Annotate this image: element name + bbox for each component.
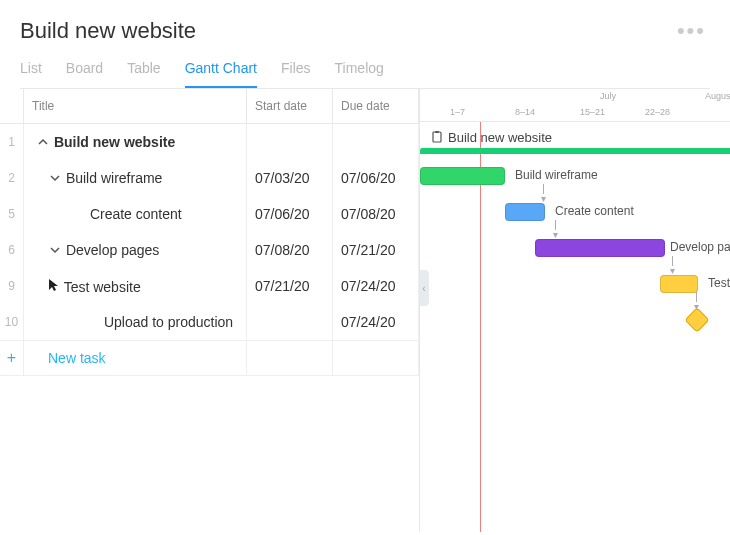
due-date-cell[interactable]	[333, 124, 419, 160]
task-title-cell[interactable]: Create content	[24, 196, 247, 232]
gantt-bar-label: Develop pages	[670, 240, 730, 254]
project-header[interactable]: Build new website	[430, 126, 552, 148]
gantt-bar[interactable]	[535, 239, 665, 257]
week-3: 15–21	[580, 107, 605, 117]
row-number: 5	[0, 196, 24, 232]
start-date-cell[interactable]: 07/08/20	[247, 232, 333, 268]
table-row[interactable]: 1 Build new website	[0, 124, 419, 160]
month-august: August	[705, 91, 730, 101]
task-title: Create content	[86, 206, 182, 222]
view-tabs: List Board Table Gantt Chart Files Timel…	[20, 60, 710, 89]
gantt-chart[interactable]: July August 1–7 8–14 15–21 22–28 ‹ Build…	[420, 89, 730, 532]
col-rownum	[0, 89, 24, 123]
cursor-icon	[48, 278, 60, 295]
gantt-bar-label: Test ...	[708, 276, 730, 290]
task-title-cell[interactable]: Build wireframe	[24, 160, 247, 196]
task-title: Build wireframe	[62, 170, 162, 186]
row-number: 6	[0, 232, 24, 268]
chevron-down-icon[interactable]	[48, 173, 62, 183]
project-span-bar[interactable]	[420, 148, 730, 154]
new-task-row[interactable]: + New task	[0, 340, 419, 376]
col-due[interactable]: Due date	[333, 89, 419, 123]
project-name: Build new website	[448, 130, 552, 145]
due-date-cell[interactable]: 07/24/20	[333, 304, 419, 340]
tab-files[interactable]: Files	[281, 60, 311, 88]
start-date-cell[interactable]: 07/21/20	[247, 268, 333, 304]
timeline-header[interactable]: July August 1–7 8–14 15–21 22–28	[420, 89, 730, 122]
tab-table[interactable]: Table	[127, 60, 160, 88]
new-task-label[interactable]: New task	[24, 341, 247, 375]
start-date-cell[interactable]	[247, 304, 333, 340]
row-number: 10	[0, 304, 24, 340]
week-2: 8–14	[515, 107, 535, 117]
plus-icon[interactable]: +	[0, 341, 24, 375]
week-4: 22–28	[645, 107, 670, 117]
svg-rect-1	[435, 131, 439, 133]
task-title: Test website	[60, 279, 141, 295]
task-title-cell[interactable]: Test website	[24, 268, 247, 304]
gantt-bar-label: Build wireframe	[515, 168, 598, 182]
col-title[interactable]: Title	[24, 89, 247, 123]
milestone-diamond[interactable]	[684, 307, 709, 332]
due-date-cell[interactable]: 07/08/20	[333, 196, 419, 232]
col-start[interactable]: Start date	[247, 89, 333, 123]
chevron-down-icon[interactable]	[48, 245, 62, 255]
table-row[interactable]: 6 Develop pages07/08/2007/21/20	[0, 232, 419, 268]
due-date-cell[interactable]: 07/21/20	[333, 232, 419, 268]
tab-list[interactable]: List	[20, 60, 42, 88]
week-1: 1–7	[450, 107, 465, 117]
svg-rect-0	[433, 132, 441, 142]
task-title-cell[interactable]: Develop pages	[24, 232, 247, 268]
task-title: Build new website	[50, 134, 175, 150]
more-menu-icon[interactable]: •••	[677, 18, 710, 44]
table-row[interactable]: 5 Create content07/06/2007/08/20	[0, 196, 419, 232]
task-title: Upload to production	[100, 314, 233, 330]
start-date-cell[interactable]: 07/06/20	[247, 196, 333, 232]
task-title-cell[interactable]: Build new website	[24, 124, 247, 160]
clipboard-icon	[430, 130, 444, 144]
month-july: July	[600, 91, 616, 101]
gantt-bar[interactable]	[420, 167, 505, 185]
start-date-cell[interactable]: 07/03/20	[247, 160, 333, 196]
page-title: Build new website	[20, 18, 196, 44]
gantt-bar[interactable]	[660, 275, 698, 293]
due-date-cell[interactable]: 07/06/20	[333, 160, 419, 196]
task-table: Title Start date Due date 1 Build new we…	[0, 89, 420, 532]
table-row[interactable]: 2 Build wireframe07/03/2007/06/20	[0, 160, 419, 196]
due-date-cell[interactable]: 07/24/20	[333, 268, 419, 304]
row-number: 2	[0, 160, 24, 196]
task-title: Develop pages	[62, 242, 159, 258]
tab-board[interactable]: Board	[66, 60, 103, 88]
gantt-bar[interactable]	[505, 203, 545, 221]
row-number: 1	[0, 124, 24, 160]
table-row[interactable]: 10 Upload to production07/24/20	[0, 304, 419, 340]
table-row[interactable]: 9 Test website07/21/2007/24/20	[0, 268, 419, 304]
start-date-cell[interactable]	[247, 124, 333, 160]
tab-timelog[interactable]: Timelog	[335, 60, 384, 88]
task-title-cell[interactable]: Upload to production	[24, 304, 247, 340]
chevron-up-icon[interactable]	[36, 137, 50, 147]
gantt-bar-label: Create content	[555, 204, 634, 218]
tab-gantt[interactable]: Gantt Chart	[185, 60, 257, 88]
row-number: 9	[0, 268, 24, 304]
